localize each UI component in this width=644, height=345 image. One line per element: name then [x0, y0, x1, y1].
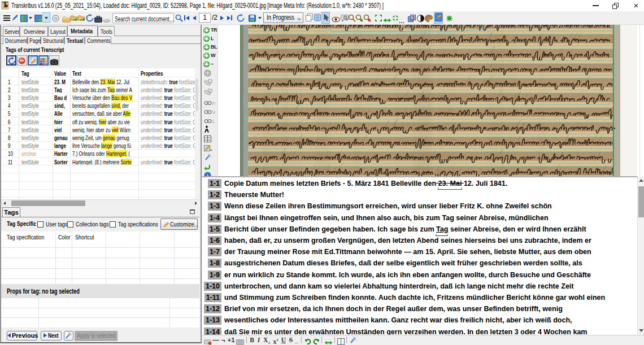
svg-text:L: L — [212, 119, 215, 124]
svg-text:H: H — [212, 101, 216, 106]
svg-text:V: V — [212, 110, 216, 115]
